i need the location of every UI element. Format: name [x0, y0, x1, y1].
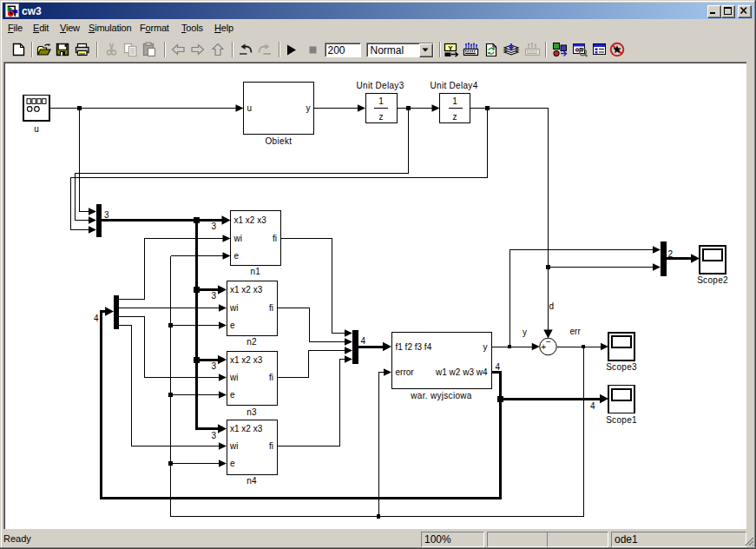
svg-text:e: e	[230, 390, 235, 400]
svg-text:x1 x2 x3: x1 x2 x3	[230, 355, 263, 365]
svg-text:x1 x2 x3: x1 x2 x3	[234, 215, 267, 225]
svg-text:fi: fi	[269, 441, 273, 451]
svg-text:3: 3	[212, 431, 217, 440]
svg-text:wi: wi	[229, 303, 238, 313]
svg-text:4: 4	[590, 401, 595, 411]
svg-text:e: e	[230, 321, 235, 330]
svg-text:wi: wi	[229, 441, 238, 451]
svg-text:z: z	[379, 112, 384, 122]
svg-text:4: 4	[361, 336, 366, 346]
svg-text:2: 2	[668, 249, 674, 259]
svg-text:x1 x2 x3: x1 x2 x3	[230, 285, 263, 294]
svg-text:n2: n2	[247, 337, 257, 347]
svg-text:wi: wi	[229, 373, 238, 382]
svg-text:z: z	[453, 112, 457, 122]
svg-text:error: error	[396, 367, 415, 377]
svg-text:4: 4	[94, 314, 99, 323]
svg-text:u: u	[34, 124, 39, 134]
svg-text:n3: n3	[247, 407, 257, 417]
svg-text:1: 1	[452, 96, 457, 106]
svg-text:fi: fi	[273, 234, 277, 243]
svg-text:n1: n1	[250, 267, 260, 276]
svg-text:3: 3	[212, 361, 217, 371]
svg-text:Scope2: Scope2	[697, 275, 728, 285]
svg-text:n4: n4	[247, 476, 257, 486]
svg-text:y: y	[306, 103, 311, 113]
svg-text:e: e	[234, 251, 240, 261]
svg-text:1: 1	[378, 96, 384, 106]
svg-text:Unit Delay3: Unit Delay3	[357, 81, 404, 90]
svg-text:4: 4	[496, 362, 501, 372]
svg-text:d: d	[549, 301, 555, 311]
svg-text:3: 3	[212, 291, 217, 301]
svg-text:war. wyjsciowa: war. wyjsciowa	[410, 391, 471, 400]
svg-text:fi: fi	[269, 303, 273, 313]
svg-text:−: −	[546, 337, 551, 347]
svg-text:u: u	[247, 103, 253, 113]
svg-text:3: 3	[212, 222, 217, 231]
svg-text:fi: fi	[269, 373, 273, 382]
svg-text:Scope3: Scope3	[606, 362, 637, 372]
svg-text:e: e	[230, 459, 235, 468]
svg-text:y: y	[523, 327, 527, 337]
svg-text:y: y	[483, 342, 488, 352]
svg-text:x1 x2 x3: x1 x2 x3	[230, 424, 263, 433]
svg-text:f1 f2 f3 f4: f1 f2 f3 f4	[396, 342, 432, 352]
svg-text:w1 w2 w3 w4: w1 w2 w3 w4	[435, 367, 488, 377]
svg-text:Scope1: Scope1	[606, 415, 637, 425]
svg-text:wi: wi	[233, 234, 242, 243]
svg-text:Obiekt: Obiekt	[265, 136, 292, 146]
svg-text:Unit Delay4: Unit Delay4	[431, 81, 478, 90]
svg-text:3: 3	[104, 210, 109, 220]
svg-text:err: err	[570, 327, 582, 336]
